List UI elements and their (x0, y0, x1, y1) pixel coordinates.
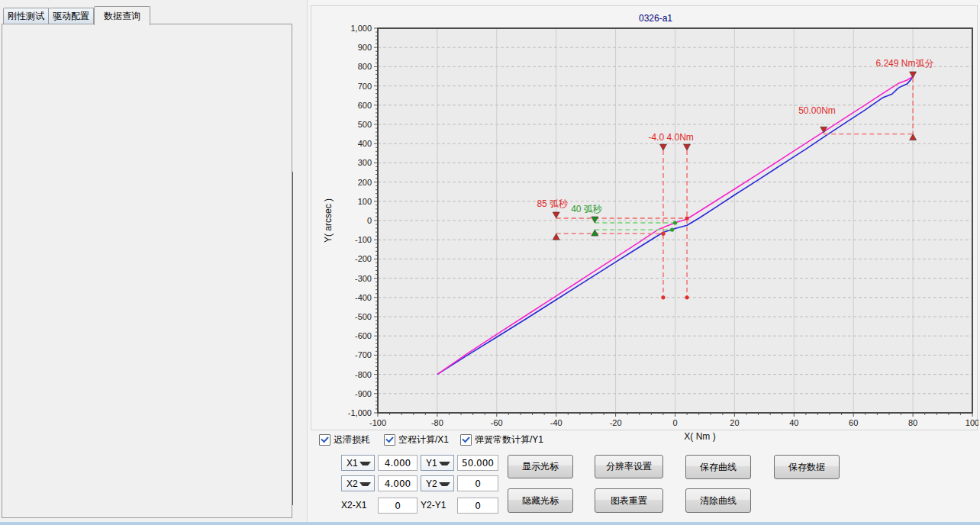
svg-text:80: 80 (908, 418, 917, 427)
svg-text:500: 500 (358, 120, 372, 129)
dropdown-arrow-icon (359, 482, 371, 489)
svg-text:-700: -700 (355, 350, 372, 359)
backlash-calc-label: 空程计算/X1 (398, 434, 449, 445)
hide-cursor-button[interactable]: 隐藏光标 (508, 488, 573, 513)
tab-stiffness-test[interactable]: 刚性测试 (3, 8, 49, 24)
svg-text:-100: -100 (355, 235, 372, 244)
svg-text:800: 800 (358, 62, 372, 71)
show-cursor-button[interactable]: 显示光标 (508, 455, 573, 478)
tab-data-query[interactable]: 数据查询 (94, 6, 150, 25)
svg-text:-80: -80 (431, 418, 443, 427)
x1-cursor-select[interactable]: X1 (341, 455, 375, 471)
dx-value-input[interactable] (378, 498, 417, 514)
tab-drive-config[interactable]: 驱动配置 (48, 8, 94, 24)
svg-text:20: 20 (730, 418, 739, 427)
y2-cursor-select[interactable]: Y2 (421, 475, 454, 491)
chart-annotation: -4.0 4.0Nm (648, 132, 693, 143)
svg-text:-300: -300 (355, 274, 372, 283)
y1-cursor-select[interactable]: Y1 (421, 455, 454, 471)
svg-text:100: 100 (965, 418, 978, 427)
stiffness-chart[interactable]: -100-80-60-40-20020406080100-1,000-900-8… (308, 5, 978, 447)
svg-text:60: 60 (849, 418, 858, 427)
dx-label: X2-X1 (341, 500, 366, 511)
x2-value-input[interactable] (378, 475, 417, 491)
svg-text:-100: -100 (369, 418, 386, 427)
dropdown-arrow-icon (439, 482, 450, 489)
save-curve-button[interactable]: 保存曲线 (685, 455, 751, 479)
svg-text:-800: -800 (355, 370, 372, 379)
svg-text:300: 300 (358, 158, 372, 167)
svg-text:400: 400 (358, 139, 372, 148)
y2-value-input[interactable] (457, 475, 498, 491)
x2-cursor-select[interactable]: X2 (341, 475, 375, 491)
x-axis-label: X( Nm ) (684, 431, 715, 442)
window-border-bottom (0, 522, 980, 525)
dropdown-arrow-icon (439, 462, 450, 469)
chart-title: 0326-a1 (639, 13, 672, 24)
dy-value-input[interactable] (457, 498, 498, 514)
save-data-button[interactable]: 保存数据 (774, 455, 840, 479)
hysteresis-loss-label: 迟滞损耗 (334, 434, 370, 445)
spring-constant-checkbox[interactable] (460, 434, 472, 446)
hysteresis-loss-checkbox[interactable] (319, 434, 330, 446)
svg-text:100: 100 (358, 197, 372, 206)
y-axis-label: Y( arcsec ) (323, 198, 334, 243)
chart-annotation: 40 弧秒 (571, 204, 602, 214)
resolution-settings-button[interactable]: 分辨率设置 (595, 455, 663, 478)
svg-text:900: 900 (358, 43, 372, 52)
chart-annotation: 6.249 Nm弧分 (875, 58, 933, 69)
svg-text:-20: -20 (610, 418, 622, 427)
svg-text:-200: -200 (355, 254, 372, 263)
svg-text:600: 600 (358, 101, 372, 110)
svg-text:-600: -600 (355, 331, 372, 340)
backlash-calc-checkbox[interactable] (384, 434, 395, 446)
svg-text:-500: -500 (355, 312, 372, 321)
svg-text:40: 40 (789, 418, 798, 427)
spring-constant-label: 弹簧常数计算/Y1 (475, 434, 543, 445)
x1-value-input[interactable] (378, 455, 417, 471)
svg-text:-40: -40 (550, 418, 563, 427)
svg-text:700: 700 (358, 82, 372, 91)
chart-reset-button[interactable]: 图表重置 (595, 488, 663, 513)
svg-text:-400: -400 (355, 293, 372, 302)
dropdown-arrow-icon (359, 462, 371, 469)
y1-value-input[interactable] (457, 455, 498, 471)
clear-curve-button[interactable]: 清除曲线 (685, 488, 751, 513)
chart-annotation: 50.00Nm (798, 105, 836, 116)
svg-text:200: 200 (358, 178, 372, 187)
svg-text:-60: -60 (491, 418, 503, 427)
svg-text:-1,000: -1,000 (348, 408, 372, 417)
svg-text:1,000: 1,000 (350, 24, 372, 33)
chart-annotation: 85 弧秒 (537, 198, 568, 209)
tab-page-data-query (2, 24, 292, 518)
svg-text:-900: -900 (355, 389, 372, 398)
dy-label: Y2-Y1 (421, 500, 446, 511)
svg-text:0: 0 (672, 418, 677, 427)
svg-text:0: 0 (367, 216, 372, 225)
